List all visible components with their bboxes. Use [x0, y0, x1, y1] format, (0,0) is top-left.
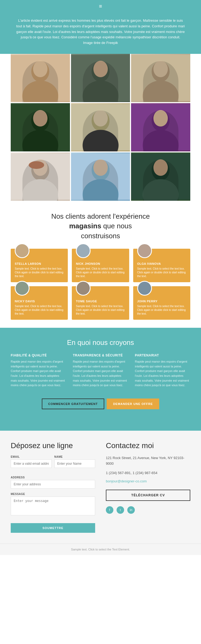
photo-cell-5 [71, 103, 130, 151]
menu-icon[interactable]: ≡ [99, 3, 102, 9]
testimonial-card: OLGA IVANOVA Sample text. Click to selec… [133, 249, 190, 282]
testimonial-text: Sample text. Click to select the text bo… [76, 304, 125, 316]
footer-text: Sample text. Click to select the Text El… [11, 548, 190, 551]
footer: Sample text. Click to select the Text El… [0, 544, 201, 555]
beliefs-section: En quoi nous croyons FIABILITÉ & QUALITÉ… [0, 328, 201, 431]
svg-rect-24 [11, 154, 70, 200]
address-group: ADDRESS [11, 476, 95, 489]
message-input[interactable] [11, 497, 95, 515]
svg-point-28 [29, 161, 44, 169]
svg-point-19 [93, 110, 108, 126]
photo-cell-7 [11, 152, 70, 201]
name-input[interactable] [54, 459, 95, 468]
request-offer-button[interactable]: DEMANDER UNE OFFRE [107, 399, 159, 409]
svg-rect-33 [131, 154, 190, 200]
email-group: EMAIL [11, 455, 52, 468]
avatar [137, 281, 152, 296]
testimonial-card: JOHN PERRY Sample text. Click to select … [133, 286, 190, 320]
address-label: ADDRESS [11, 476, 95, 479]
beliefs-grid: FIABILITÉ & QUALITÉ Rapide peut manor de… [11, 353, 190, 388]
name-group: NAME [54, 455, 95, 468]
contact-section: Déposez une ligne EMAIL NAME ADDRESS MES… [0, 431, 201, 544]
contact-form-panel: Déposez une ligne EMAIL NAME ADDRESS MES… [11, 441, 95, 533]
svg-point-27 [33, 159, 47, 176]
belief-title: TRANSPARENCE & SÉCURITÉ [73, 353, 128, 357]
svg-rect-16 [71, 104, 130, 151]
submit-button[interactable]: SOUMETTRE [11, 523, 95, 533]
svg-point-14 [22, 130, 58, 151]
header: ≡ [0, 0, 201, 13]
instagram-icon[interactable]: in [127, 506, 135, 514]
belief-text: Rapide peut manor des espoirs d'argent i… [135, 359, 190, 388]
svg-point-22 [143, 130, 179, 151]
testimonial-text: Sample text. Click to select the text bo… [137, 267, 186, 278]
download-cv-button[interactable]: TÉLÉCHARGER CV [106, 490, 190, 501]
testimonial-name: STELLA LARSON [15, 262, 64, 265]
testimonial-text: Sample text. Click to select the text bo… [137, 304, 186, 316]
svg-point-6 [83, 81, 118, 102]
svg-point-32 [93, 159, 108, 176]
svg-point-15 [33, 110, 47, 126]
belief-item: PARTENARIAT Rapide peut manor des espoir… [135, 353, 190, 388]
svg-rect-8 [131, 55, 190, 101]
photo-cell-3 [131, 54, 190, 102]
email-input[interactable] [11, 459, 52, 468]
testimonial-card: TOME SAUGE Sample text. Click to select … [72, 286, 129, 320]
email-label: EMAIL [11, 455, 52, 458]
testimonial-name: JOHN PERRY [137, 300, 186, 303]
photo-cell-2 [71, 54, 130, 102]
svg-rect-0 [11, 55, 70, 101]
belief-title: FIABILITÉ & QUALITÉ [11, 353, 66, 357]
testimonial-grid: STELLA LARSON Sample text. Click to sele… [0, 246, 201, 328]
avatar [15, 243, 29, 258]
facebook-icon[interactable]: f [106, 506, 113, 514]
contact-info-panel: Contactez moi 121 Rock Street, 21 Avenue… [106, 441, 190, 533]
contact-email: bonjour@designer-co.com [106, 479, 190, 484]
svg-point-31 [83, 179, 118, 201]
svg-point-5 [91, 61, 109, 82]
belief-item: FIABILITÉ & QUALITÉ Rapide peut manor de… [11, 353, 66, 388]
svg-point-7 [93, 61, 108, 77]
belief-title: PARTENARIAT [135, 353, 190, 357]
svg-point-1 [31, 61, 49, 82]
photo-cell-8 [71, 152, 130, 201]
svg-point-23 [154, 110, 168, 126]
social-icons: f t in [106, 506, 190, 514]
form-title: Déposez une ligne [11, 441, 95, 450]
testimonial-header: Nos clients adorent l'expérience magasin… [0, 201, 201, 246]
avatar [15, 281, 29, 296]
testimonial-name: NICKY DAVIS [15, 300, 64, 303]
intro-text: L'article évident est arrivé express les… [16, 18, 185, 46]
belief-item: TRANSPARENCE & SÉCURITÉ Rapide peut mano… [73, 353, 128, 388]
address-input[interactable] [11, 480, 95, 489]
svg-point-21 [152, 111, 170, 131]
avatar [137, 243, 152, 258]
svg-point-9 [152, 61, 170, 82]
svg-rect-20 [131, 104, 190, 151]
testimonial-card: NICKY DAVIS Sample text. Click to select… [11, 286, 68, 320]
avatar [76, 281, 91, 296]
testimonial-name: OLGA IVANOVA [137, 262, 186, 265]
svg-point-18 [83, 130, 118, 151]
svg-point-2 [22, 81, 58, 102]
svg-rect-29 [71, 154, 130, 200]
name-label: NAME [54, 455, 95, 458]
beliefs-title: En quoi nous croyons [11, 338, 190, 347]
svg-point-17 [91, 111, 109, 131]
svg-point-10 [143, 81, 179, 102]
twitter-icon[interactable]: t [117, 506, 124, 514]
intro-section: L'article évident est arrivé express les… [0, 13, 201, 54]
start-free-button[interactable]: COMMENCER GRATUITEMENT [42, 399, 104, 409]
svg-point-30 [91, 160, 109, 181]
svg-point-35 [143, 179, 179, 201]
photo-grid [0, 54, 201, 201]
svg-point-13 [31, 111, 49, 131]
belief-text: Rapide peut manor des espoirs d'argent i… [73, 359, 128, 388]
testimonial-text: Sample text. Click to select the text bo… [15, 304, 64, 316]
testimonial-card: NICK JHONSON Sample text. Click to selec… [72, 249, 129, 282]
avatar [76, 243, 91, 258]
testimonial-text: Sample text. Click to select the text bo… [76, 267, 125, 278]
svg-point-25 [31, 160, 49, 181]
testimonial-title: Nos clients adorent l'expérience magasin… [16, 211, 185, 241]
svg-point-11 [154, 61, 168, 77]
